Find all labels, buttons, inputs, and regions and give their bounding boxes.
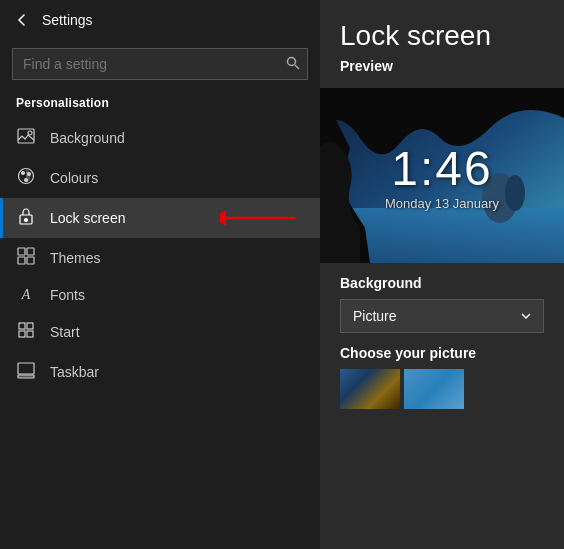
thumbnail-1[interactable] [340,369,400,409]
preview-label: Preview [340,58,544,74]
section-label: Personalisation [0,92,320,118]
picture-thumbnails [340,369,544,409]
main-content: Lock screen Preview [320,0,564,549]
svg-rect-15 [27,257,34,264]
search-bar [12,48,308,80]
background-setting: Background Picture Choose your picture [320,263,564,417]
start-icon [16,321,36,343]
back-button[interactable] [12,10,32,30]
sidebar-item-background-label: Background [50,130,125,146]
search-icon [286,56,300,73]
svg-rect-21 [18,375,34,378]
svg-line-1 [295,65,299,69]
sidebar-item-colours[interactable]: Colours [0,158,320,198]
svg-rect-18 [19,331,25,337]
svg-rect-13 [27,248,34,255]
app-title: Settings [42,12,93,28]
sidebar-item-fonts-label: Fonts [50,287,85,303]
lock-screen-icon [16,207,36,229]
themes-icon [16,247,36,269]
sidebar-item-start-label: Start [50,324,80,340]
svg-rect-14 [18,257,25,264]
lock-date: Monday 13 January [385,196,499,211]
sidebar-item-themes-label: Themes [50,250,101,266]
svg-point-9 [25,219,28,222]
sidebar-item-start[interactable]: Start [0,312,320,352]
sidebar-item-background[interactable]: Background [0,118,320,158]
chevron-down-icon [521,311,531,321]
svg-rect-20 [18,363,34,374]
titlebar: Settings [0,0,320,40]
svg-point-7 [25,179,28,182]
sidebar-item-fonts[interactable]: A Fonts [0,278,320,312]
sidebar-item-lock-screen[interactable]: Lock screen [0,198,320,238]
sidebar-item-taskbar[interactable]: Taskbar [0,352,320,392]
sidebar-item-lock-screen-label: Lock screen [50,210,125,226]
page-title: Lock screen [340,20,544,52]
sidebar-item-taskbar-label: Taskbar [50,364,99,380]
svg-point-25 [505,175,525,211]
sidebar-item-themes[interactable]: Themes [0,238,320,278]
lock-time: 1:46 [391,141,492,196]
background-icon [16,127,36,149]
choose-picture-label: Choose your picture [340,345,544,361]
svg-rect-19 [27,331,33,337]
main-header: Lock screen Preview [320,0,564,88]
taskbar-icon [16,361,36,383]
preview-background: 1:46 Monday 13 January [320,88,564,263]
sidebar-item-colours-label: Colours [50,170,98,186]
background-value: Picture [353,308,397,324]
svg-rect-16 [19,323,25,329]
search-input[interactable] [12,48,308,80]
svg-rect-17 [27,323,33,329]
svg-rect-12 [18,248,25,255]
colours-icon [16,167,36,189]
annotation-arrow [220,206,300,230]
lock-screen-preview: 1:46 Monday 13 January [320,88,564,263]
background-dropdown[interactable]: Picture [340,299,544,333]
background-label: Background [340,275,544,291]
fonts-icon: A [16,287,36,303]
thumbnail-2[interactable] [404,369,464,409]
sidebar: Settings Personalisation Background [0,0,320,549]
svg-point-6 [28,173,31,176]
svg-point-3 [28,131,32,135]
svg-point-0 [288,57,296,65]
svg-point-5 [22,172,25,175]
